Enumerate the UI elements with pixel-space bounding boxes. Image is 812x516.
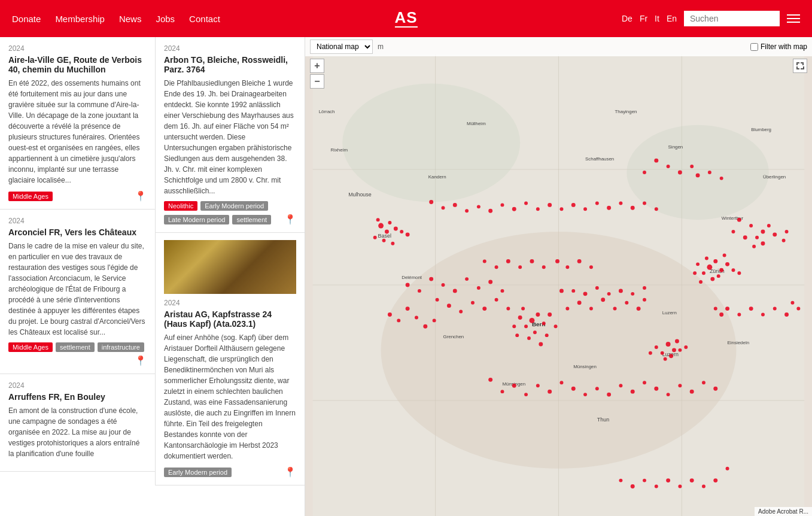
svg-point-145 — [667, 165, 670, 168]
tag[interactable]: Middle Ages — [8, 192, 53, 201]
donate-link[interactable]: Donate — [12, 14, 41, 24]
svg-text:Delémont: Delémont — [402, 275, 422, 280]
lang-en[interactable]: En — [667, 14, 677, 23]
svg-point-199 — [559, 207, 563, 211]
svg-point-132 — [583, 393, 587, 396]
map-area: ▶ National map m Filter with map + − — [305, 37, 812, 516]
svg-point-188 — [429, 200, 433, 204]
filter-with-map-label: Filter with map — [750, 43, 807, 51]
svg-point-182 — [773, 307, 777, 311]
svg-point-75 — [678, 348, 682, 352]
svg-point-183 — [784, 312, 789, 317]
svg-point-74 — [655, 345, 658, 349]
svg-point-131 — [571, 387, 576, 391]
search-input[interactable] — [684, 11, 780, 26]
svg-point-99 — [613, 307, 617, 311]
svg-text:Mulhouse: Mulhouse — [348, 192, 372, 198]
svg-point-163 — [713, 478, 717, 482]
svg-point-59 — [719, 268, 723, 272]
svg-point-54 — [406, 232, 410, 236]
svg-point-81 — [442, 283, 445, 287]
col-left: 2024 Aire-la-Ville GE, Route de Verbois … — [0, 37, 156, 485]
expand-map-button[interactable] — [793, 59, 807, 73]
filter-label-text: Filter with map — [761, 43, 807, 51]
svg-point-49 — [388, 221, 391, 224]
card-year: 2024 — [8, 217, 147, 225]
svg-point-157 — [388, 312, 392, 317]
tag[interactable]: infrastructure — [98, 342, 144, 352]
svg-point-151 — [720, 177, 723, 180]
tag[interactable]: Neolithic — [164, 201, 197, 211]
lang-de[interactable]: De — [622, 14, 632, 23]
svg-point-86 — [501, 289, 504, 293]
svg-point-96 — [577, 301, 582, 305]
svg-point-63 — [725, 262, 729, 266]
svg-point-84 — [477, 286, 480, 290]
map-select[interactable]: National map — [310, 40, 373, 54]
tag[interactable]: Early Modern period — [164, 468, 232, 477]
svg-point-153 — [415, 315, 418, 319]
svg-point-94 — [495, 298, 498, 302]
tag[interactable]: settlement — [56, 342, 95, 352]
cards-grid: 2024 Aire-la-Ville GE, Route de Verbois … — [0, 37, 305, 485]
filter-checkbox[interactable] — [750, 43, 758, 51]
svg-point-95 — [506, 307, 510, 311]
svg-point-66 — [710, 277, 714, 281]
svg-point-109 — [619, 289, 623, 293]
list-item[interactable]: 2024 Arruffens FR, En Bouley En amont de… — [0, 374, 155, 472]
svg-point-43 — [545, 333, 549, 337]
svg-text:Winterthur: Winterthur — [722, 215, 744, 221]
svg-point-200 — [571, 203, 576, 207]
svg-point-76 — [669, 354, 673, 358]
menu-button[interactable] — [787, 14, 800, 23]
membership-link[interactable]: Membership — [55, 14, 105, 24]
svg-point-184 — [796, 307, 800, 311]
svg-text:Bern: Bern — [532, 321, 546, 327]
svg-point-68 — [737, 271, 741, 275]
card-title: Aristau AG, Kapfstrasse 24 (Haus Kapf) (… — [164, 309, 296, 329]
lang-it[interactable]: It — [655, 14, 659, 23]
svg-point-50 — [394, 227, 398, 231]
news-link[interactable]: News — [119, 14, 142, 24]
main-container: 2024 Aire-la-Ville GE, Route de Verbois … — [0, 37, 812, 516]
svg-point-137 — [643, 381, 646, 384]
list-item[interactable]: 2024 Arbon TG, Bleiche, Rossweidli, Parz… — [156, 37, 305, 233]
site-logo[interactable]: AS — [394, 10, 417, 28]
tag[interactable]: Late Modern period — [164, 215, 229, 224]
svg-text:Rixheim: Rixheim — [330, 147, 348, 153]
svg-text:Überlingen: Überlingen — [763, 174, 786, 180]
svg-point-189 — [442, 206, 445, 210]
svg-point-154 — [423, 324, 427, 329]
svg-point-186 — [719, 312, 723, 317]
lang-fr[interactable]: Fr — [640, 14, 647, 23]
zoom-in-button[interactable]: + — [310, 59, 324, 73]
svg-point-160 — [666, 478, 670, 482]
svg-point-91 — [459, 310, 463, 314]
jobs-link[interactable]: Jobs — [156, 14, 175, 24]
svg-point-140 — [678, 384, 682, 387]
svg-point-88 — [406, 283, 410, 287]
svg-point-79 — [664, 357, 667, 361]
svg-point-167 — [619, 479, 622, 482]
list-item[interactable]: 2024 Arconciel FR, Vers les Châteaux Dan… — [0, 210, 155, 374]
svg-text:Lörrach: Lörrach — [319, 109, 335, 114]
svg-point-150 — [708, 171, 711, 174]
svg-point-53 — [376, 218, 380, 221]
svg-point-146 — [678, 170, 682, 174]
svg-point-35 — [518, 315, 522, 320]
svg-point-41 — [554, 324, 558, 328]
svg-point-65 — [732, 268, 735, 272]
list-item[interactable]: 2024 Aire-la-Ville GE, Route de Verbois … — [0, 37, 155, 210]
svg-point-62 — [705, 256, 708, 260]
tag[interactable]: Middle Ages — [8, 342, 53, 352]
list-item[interactable]: 2024 Aristau AG, Kapfstrasse 24 (Haus Ka… — [156, 233, 305, 485]
card-title: Arbon TG, Bleiche, Rossweidli, Parz. 376… — [164, 55, 296, 74]
tag[interactable]: settlement — [232, 215, 271, 224]
zoom-out-button[interactable]: − — [310, 74, 324, 89]
svg-point-162 — [655, 485, 658, 488]
contact-link[interactable]: Contact — [189, 14, 220, 24]
svg-point-98 — [601, 298, 605, 302]
tag[interactable]: Early Modern period — [200, 201, 268, 211]
svg-text:Basel: Basel — [378, 233, 391, 239]
svg-point-92 — [471, 301, 475, 305]
